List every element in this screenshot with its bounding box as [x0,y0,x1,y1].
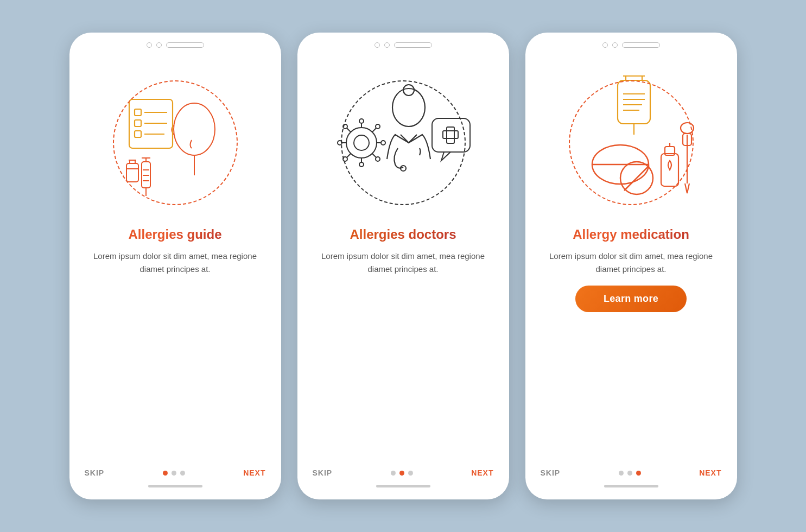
dots-row-3 [619,471,641,476]
notch-circle [612,42,618,48]
dashed-circle-3 [569,80,694,205]
home-bar-1 [148,485,202,487]
screen-body-2: Lorem ipsum dolor sit dim amet, mea regi… [314,250,493,276]
phone-2: Allergies doctors Lorem ipsum dolor sit … [297,33,509,499]
phone-1: Allergies guide Lorem ipsum dolor sit di… [69,33,281,499]
notch-circle [156,42,162,48]
dot-1-2 [172,471,176,476]
phone-2-footer: SKIP NEXT [297,468,509,487]
phone-notch-3 [602,42,660,48]
home-bar-3 [604,485,658,487]
illustration-guide [69,59,281,227]
learn-more-button[interactable]: Learn more [575,286,687,312]
dot-2-3 [408,471,413,476]
notch-circle [384,42,390,48]
nav-row-1: SKIP NEXT [85,468,266,477]
dashed-circle-1 [113,80,238,205]
skip-button-3[interactable]: SKIP [541,468,561,477]
dots-row-1 [163,471,185,476]
next-button-1[interactable]: NEXT [243,468,265,477]
dot-2-active [399,471,404,476]
next-button-3[interactable]: NEXT [699,468,721,477]
phone-3-content: Allergy medication Lorem ipsum dolor sit… [525,227,737,468]
dot-2-1 [391,471,396,476]
phone-3-footer: SKIP NEXT [525,468,737,487]
dot-3-active [636,471,641,476]
next-button-2[interactable]: NEXT [471,468,493,477]
screen-title-3: Allergy medication [573,227,689,242]
dots-row-2 [391,471,413,476]
phone-notch-1 [147,42,204,48]
screen-body-1: Lorem ipsum dolor sit dim amet, mea regi… [86,250,265,276]
illustration-medication [525,59,737,227]
notch-bar [394,42,432,48]
skip-button-1[interactable]: SKIP [85,468,105,477]
screen-title-2: Allergies doctors [350,227,456,242]
dot-1-3 [180,471,185,476]
notch-circle [147,42,152,48]
dot-3-2 [627,471,632,476]
home-bar-2 [376,485,430,487]
notch-circle [375,42,380,48]
illustration-doctors [297,59,509,227]
phones-container: Allergies guide Lorem ipsum dolor sit di… [69,33,737,499]
dot-1-active [163,471,168,476]
notch-circle [602,42,608,48]
phone-1-content: Allergies guide Lorem ipsum dolor sit di… [69,227,281,468]
dashed-circle-2 [341,80,466,205]
dot-3-1 [619,471,624,476]
nav-row-2: SKIP NEXT [313,468,494,477]
skip-button-2[interactable]: SKIP [313,468,333,477]
phone-notch-2 [375,42,432,48]
nav-row-3: SKIP NEXT [541,468,722,477]
phone-1-footer: SKIP NEXT [69,468,281,487]
notch-bar [622,42,660,48]
screen-title-1: Allergies guide [128,227,221,242]
notch-bar [166,42,204,48]
phone-2-content: Allergies doctors Lorem ipsum dolor sit … [297,227,509,468]
phone-3: Allergy medication Lorem ipsum dolor sit… [525,33,737,499]
screen-body-3: Lorem ipsum dolor sit dim amet, mea regi… [542,250,721,276]
